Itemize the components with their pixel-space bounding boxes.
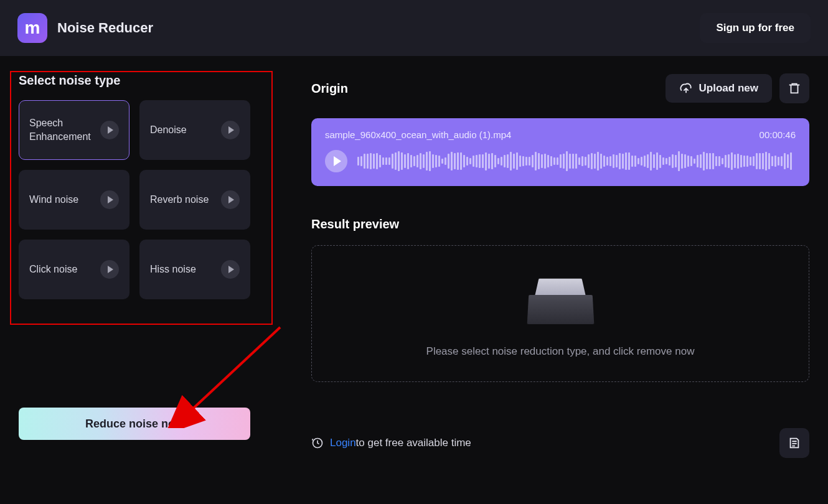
noise-type-label: Hiss noise <box>150 263 221 276</box>
login-link[interactable]: Login <box>330 437 356 449</box>
result-preview-box: Please select noise reduction type, and … <box>311 245 809 382</box>
origin-heading: Origin <box>311 82 348 96</box>
noise-type-wind-noise[interactable]: Wind noise <box>19 170 129 230</box>
svg-line-1 <box>187 327 280 414</box>
footer-text: to get free available time <box>356 437 471 449</box>
noise-type-label: Reverb noise <box>150 193 221 207</box>
trash-icon <box>788 82 801 95</box>
noise-type-reverb-noise[interactable]: Reverb noise <box>139 170 250 230</box>
play-icon <box>228 266 234 273</box>
play-icon <box>228 196 234 203</box>
play-icon <box>334 156 341 166</box>
select-noise-heading: Select noise type <box>19 73 289 88</box>
empty-tray-icon <box>528 269 593 324</box>
noise-type-denoise[interactable]: Denoise <box>139 100 250 160</box>
result-message: Please select noise reduction type, and … <box>426 345 695 358</box>
noise-type-speech-enhancement[interactable]: Speech Enhancement <box>19 100 129 160</box>
noise-type-label: Speech Enhancement <box>29 116 100 143</box>
play-icon <box>228 126 234 134</box>
play-icon <box>108 196 113 203</box>
noise-type-click-noise[interactable]: Click noise <box>19 240 129 299</box>
noise-type-label: Wind noise <box>29 193 100 207</box>
right-panel: Origin Upload new sample_960x400_ocean_w… <box>311 73 809 458</box>
reduce-noise-button[interactable]: Reduce noise now <box>19 408 250 440</box>
play-icon <box>108 266 113 273</box>
noise-preview-play-button[interactable] <box>221 190 240 209</box>
note-icon <box>788 436 801 450</box>
left-panel: Select noise type Speech EnhancementDeno… <box>19 73 289 458</box>
noise-preview-play-button[interactable] <box>221 121 240 139</box>
origin-filename: sample_960x400_ocean_with_audio (1).mp4 <box>325 129 511 140</box>
upload-icon <box>679 82 693 95</box>
origin-duration: 00:00:46 <box>760 129 796 140</box>
noise-preview-play-button[interactable] <box>100 190 119 209</box>
noise-type-label: Click noise <box>29 263 100 276</box>
origin-play-button[interactable] <box>325 150 347 172</box>
upload-new-label: Upload new <box>699 82 758 95</box>
noise-preview-play-button[interactable] <box>221 260 240 279</box>
origin-waveform[interactable] <box>357 150 796 172</box>
noise-preview-play-button[interactable] <box>100 260 119 279</box>
noise-type-label: Denoise <box>150 123 221 137</box>
delete-button[interactable] <box>779 73 809 103</box>
result-heading: Result preview <box>311 217 809 231</box>
noise-preview-play-button[interactable] <box>100 121 119 139</box>
app-title: Noise Reducer <box>57 20 153 36</box>
app-logo: m <box>17 13 47 43</box>
signup-button[interactable]: Sign up for free <box>700 13 811 43</box>
noise-type-hiss-noise[interactable]: Hiss noise <box>139 240 250 299</box>
origin-audio-card: sample_960x400_ocean_with_audio (1).mp4 … <box>311 118 809 186</box>
play-icon <box>108 126 113 134</box>
upload-new-button[interactable]: Upload new <box>666 74 772 103</box>
footer-row: Login to get free available time <box>311 428 809 458</box>
noise-type-grid: Speech EnhancementDenoiseWind noiseRever… <box>19 100 289 299</box>
feedback-button[interactable] <box>779 428 809 458</box>
header: m Noise Reducer Sign up for free <box>0 0 828 56</box>
clock-icon <box>311 437 324 449</box>
